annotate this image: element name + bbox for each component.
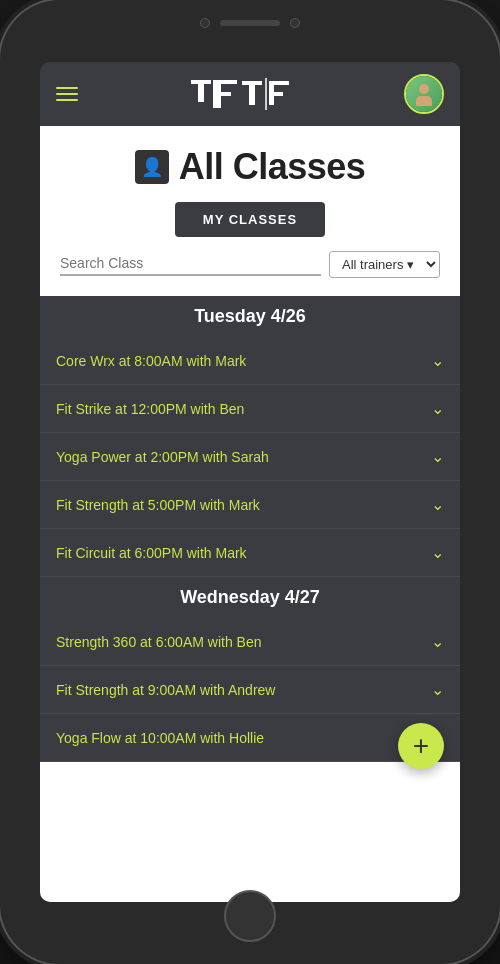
class-row[interactable]: Fit Circuit at 6:00PM with Mark ⌄ bbox=[40, 529, 460, 577]
schedule-list: Tuesday 4/26 Core Wrx at 8:00AM with Mar… bbox=[40, 296, 460, 762]
avatar-head bbox=[419, 84, 429, 94]
svg-rect-0 bbox=[191, 80, 211, 84]
phone-bottom-bar bbox=[224, 890, 276, 942]
hamburger-line-3 bbox=[56, 99, 78, 101]
main-content: 👤 All Classes MY CLASSES All trainers ▾ bbox=[40, 126, 460, 902]
nav-bar bbox=[40, 62, 460, 126]
menu-button[interactable] bbox=[56, 87, 78, 101]
chevron-down-icon: ⌄ bbox=[431, 447, 444, 466]
chevron-down-icon: ⌄ bbox=[431, 680, 444, 699]
svg-rect-2 bbox=[213, 80, 217, 108]
trainer-filter-select[interactable]: All trainers ▾ bbox=[329, 251, 440, 278]
class-row-last[interactable]: Yoga Flow at 10:00AM with Hollie ⌄ + bbox=[40, 714, 460, 762]
hero-section: 👤 All Classes MY CLASSES All trainers ▾ bbox=[40, 126, 460, 296]
svg-rect-1 bbox=[198, 84, 204, 102]
avatar-person bbox=[414, 84, 434, 104]
earpiece-speaker bbox=[220, 20, 280, 26]
app-logo bbox=[191, 78, 291, 110]
home-button[interactable] bbox=[224, 890, 276, 942]
class-row[interactable]: Fit Strength at 9:00AM with Andrew ⌄ bbox=[40, 666, 460, 714]
svg-rect-7 bbox=[249, 85, 255, 105]
logo-svg bbox=[191, 78, 241, 110]
front-sensor bbox=[290, 18, 300, 28]
phone-shell: 👤 All Classes MY CLASSES All trainers ▾ bbox=[0, 0, 500, 964]
add-class-button[interactable]: + bbox=[398, 723, 444, 769]
hamburger-line-1 bbox=[56, 87, 78, 89]
search-filter-row: All trainers ▾ bbox=[56, 251, 444, 284]
chevron-down-icon: ⌄ bbox=[431, 632, 444, 651]
classes-icon: 👤 bbox=[135, 150, 169, 184]
chevron-down-icon: ⌄ bbox=[431, 543, 444, 562]
chevron-down-icon: ⌄ bbox=[431, 495, 444, 514]
phone-top-bar bbox=[200, 18, 300, 28]
avatar-image bbox=[406, 76, 442, 112]
day-header-tuesday: Tuesday 4/26 bbox=[40, 296, 460, 337]
chevron-down-icon: ⌄ bbox=[431, 399, 444, 418]
user-avatar[interactable] bbox=[404, 74, 444, 114]
avatar-body bbox=[416, 96, 432, 106]
search-input-wrap bbox=[60, 254, 321, 276]
hamburger-line-2 bbox=[56, 93, 78, 95]
logo-icon bbox=[241, 78, 291, 110]
class-row[interactable]: Fit Strength at 5:00PM with Mark ⌄ bbox=[40, 481, 460, 529]
chevron-down-icon: ⌄ bbox=[431, 351, 444, 370]
class-row[interactable]: Yoga Power at 2:00PM with Sarah ⌄ bbox=[40, 433, 460, 481]
class-row[interactable]: Core Wrx at 8:00AM with Mark ⌄ bbox=[40, 337, 460, 385]
class-row[interactable]: Strength 360 at 6:00AM with Ben ⌄ bbox=[40, 618, 460, 666]
svg-rect-11 bbox=[269, 81, 274, 105]
svg-rect-5 bbox=[217, 92, 231, 96]
svg-rect-6 bbox=[242, 81, 262, 85]
search-input[interactable] bbox=[60, 255, 321, 271]
day-header-wednesday: Wednesday 4/27 bbox=[40, 577, 460, 618]
page-title: All Classes bbox=[179, 146, 366, 188]
screen: 👤 All Classes MY CLASSES All trainers ▾ bbox=[40, 62, 460, 902]
hero-title: 👤 All Classes bbox=[135, 146, 366, 188]
class-row[interactable]: Fit Strike at 12:00PM with Ben ⌄ bbox=[40, 385, 460, 433]
front-camera bbox=[200, 18, 210, 28]
my-classes-button[interactable]: MY CLASSES bbox=[175, 202, 325, 237]
